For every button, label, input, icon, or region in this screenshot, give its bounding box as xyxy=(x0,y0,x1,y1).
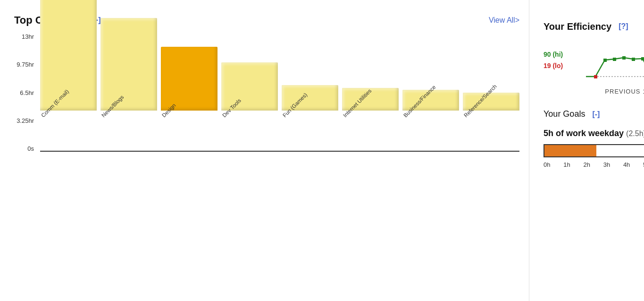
y-axis-label: 0s xyxy=(14,146,34,152)
bar xyxy=(100,18,157,111)
tick-label: 3h xyxy=(603,161,610,168)
y-axis-label: 3.25hr xyxy=(14,118,34,124)
svg-rect-1 xyxy=(603,59,607,62)
sparkline-svg xyxy=(586,51,644,84)
y-axis-label: 9.75hr xyxy=(14,61,34,68)
goal-item: 5h of work weekday (2.5h) 0h1h2h3h4h5h6h… xyxy=(544,129,644,168)
bar-group: News/Blogs xyxy=(100,18,157,151)
prev-days-label: PREVIOUS 10 DAYS xyxy=(586,88,644,95)
lo-label: 19 (lo) xyxy=(544,62,581,69)
bar-group: Reference/Search xyxy=(463,93,519,151)
goals-section: Your Goals [-] 5h of work weekday (2.5h)… xyxy=(544,109,644,168)
y-axis-label: 13hr xyxy=(14,34,34,40)
svg-rect-4 xyxy=(632,58,635,61)
svg-rect-6 xyxy=(594,75,597,78)
goal-progress-bar xyxy=(544,144,644,157)
y-axis: 0s3.25hr6.5hr9.75hr13hr xyxy=(14,34,38,152)
svg-rect-3 xyxy=(622,56,626,60)
goal-subtitle: (2.5h) xyxy=(626,129,644,138)
goals-toggle-btn[interactable]: [-] xyxy=(592,110,600,119)
bar-group: Fun (Games) xyxy=(282,85,338,151)
chart-bars: Comm (E-mail)News/BlogsDesignDev ToolsFu… xyxy=(40,76,519,152)
svg-rect-2 xyxy=(613,58,616,61)
right-panel: Your Efficiency [?] 77 90 (hi) 19 (lo) xyxy=(529,0,644,301)
efficiency-labels: 90 (hi) 19 (lo) xyxy=(544,51,581,69)
bar-chart: 0s3.25hr6.5hr9.75hr13hr Comm (E-mail)New… xyxy=(14,34,519,194)
efficiency-header: Your Efficiency [?] 77 xyxy=(544,9,644,43)
left-panel: Top Categories [·] View All> 0s3.25hr6.5… xyxy=(0,0,529,301)
goals-title: Your Goals xyxy=(544,109,585,119)
bar-group: Business/Finance xyxy=(402,90,459,151)
goals-header: Your Goals [-] xyxy=(544,109,644,119)
svg-rect-5 xyxy=(641,57,644,60)
goal-bar-fill xyxy=(544,145,596,156)
tick-label: 2h xyxy=(583,161,590,168)
efficiency-help-btn[interactable]: [?] xyxy=(619,22,628,31)
tick-label: 1h xyxy=(563,161,570,168)
efficiency-sparkline: PREVIOUS 10 DAYS xyxy=(586,51,644,95)
y-axis-label: 6.5hr xyxy=(14,90,34,96)
efficiency-chart-area: 90 (hi) 19 (lo) xyxy=(544,51,644,95)
goal-item-title: 5h of work weekday (2.5h) xyxy=(544,129,644,138)
efficiency-section: Your Efficiency [?] 77 90 (hi) 19 (lo) xyxy=(544,9,644,95)
bar-group: Dev Tools xyxy=(221,62,278,151)
bar xyxy=(161,47,217,111)
view-all-link[interactable]: View All> xyxy=(489,16,519,25)
hi-label: 90 (hi) xyxy=(544,51,581,58)
bar-group: Design xyxy=(161,47,217,151)
goal-title-text: 5h of work weekday xyxy=(544,129,624,138)
bar-group: Comm (E-mail) xyxy=(40,0,97,151)
tick-label: 4h xyxy=(623,161,630,168)
bar-group: Internet Utilities xyxy=(342,88,399,151)
goal-bar-ticks: 0h1h2h3h4h5h6h7h xyxy=(544,161,644,168)
tick-label: 0h xyxy=(544,161,550,168)
efficiency-title: Your Efficiency xyxy=(544,21,611,32)
